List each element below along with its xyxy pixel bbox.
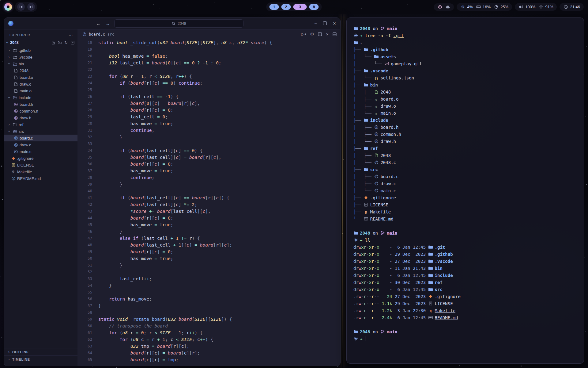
book-icon [428, 301, 433, 305]
media-next-button[interactable] [27, 3, 35, 11]
command-center-search[interactable]: 2048 [114, 19, 243, 28]
nav-back-icon[interactable]: ← [96, 21, 100, 26]
workspace-1[interactable]: 1 [270, 4, 279, 10]
tree-item-main.o[interactable]: main.o [4, 87, 77, 94]
tree-item-board.c[interactable]: Cboard.c [4, 135, 77, 141]
topbar-right: ⚙4%16%25% 100%91% 21:46 [434, 3, 584, 11]
folder-icon [364, 83, 368, 87]
tree-item-README.md[interactable]: README.md [4, 175, 77, 182]
new-folder-icon[interactable] [58, 41, 62, 45]
snow-icon [353, 238, 358, 242]
tree-item-.gitignore[interactable]: .gitignore [4, 155, 77, 162]
tree-item-main.c[interactable]: Cmain.c [4, 148, 77, 155]
line-number: 32 [77, 134, 98, 140]
tree-item-label: main.c [20, 149, 31, 154]
svg-text:h: h [375, 140, 377, 143]
terminal-line-41: .rw-r--r-- 2.4k 6 Jan 12:45 README.md [353, 314, 584, 321]
tree-item-board.h[interactable]: hboard.h [4, 101, 77, 108]
tree-item-common.h[interactable]: hcommon.h [4, 108, 77, 114]
line-number: 47 [77, 235, 98, 242]
workspace-3-active[interactable]: 3 [293, 4, 307, 10]
panel-timeline[interactable]: ›TIMELINE [4, 355, 77, 363]
tree-item-label: LICENSE [17, 163, 34, 167]
tree-item-draw.o[interactable]: draw.o [4, 81, 77, 87]
terminal-line-33: drwxr-xr-x - 27 Dec 2023 .vscode [353, 258, 584, 265]
snow-icon [353, 33, 358, 37]
tree-item-2048[interactable]: 2048 [4, 67, 77, 74]
terminal-cursor [365, 336, 368, 341]
branch-icon [380, 26, 385, 30]
minimize-button[interactable]: − [314, 21, 317, 26]
chevron-right-icon: › [7, 55, 11, 59]
code-line-text: board[r][c] = board[c][r]; [98, 350, 200, 356]
line-number: 45 [77, 221, 98, 228]
git-icon [364, 196, 368, 200]
branch-icon [380, 231, 385, 235]
tree-item-ref[interactable]: ›ref [4, 121, 77, 128]
close-button[interactable]: × [333, 21, 336, 26]
tree-item-bin[interactable]: ›bin [4, 60, 77, 67]
tree-item-label: include [19, 95, 31, 100]
editor-titlebar[interactable]: ← → 2048 − × [4, 18, 340, 29]
terminal-line-15: │ ├── hcommon.h [353, 131, 584, 138]
split-editor-icon[interactable] [318, 32, 322, 36]
breadcrumb-path[interactable]: src [107, 32, 115, 36]
line-number: 21 [77, 59, 98, 66]
line-number: 29 [77, 113, 98, 120]
terminal-line-13: ├── include [353, 117, 584, 124]
terminal-window[interactable]: 2048 on main→ tree -a -I .git.├── .githu… [346, 17, 584, 364]
tree-item-Makefile[interactable]: ⚙Makefile [4, 168, 77, 175]
code-line-30: 30 has_move = true; [77, 120, 340, 127]
line-number: 61 [77, 329, 98, 336]
code-line-62: 62 for (u8 c = r + 1; c < SIZE; c++) { [77, 336, 340, 343]
chevron-down-icon: › [5, 41, 9, 45]
media-controls [15, 2, 37, 12]
project-root[interactable]: › 2048 ↻ [4, 39, 77, 46]
code-line-36: 36 board[r][c] = 0; [77, 161, 340, 167]
tree-item-.github[interactable]: ›.github [4, 47, 77, 54]
tree-item-.vscode[interactable]: ›.vscode [4, 54, 77, 60]
tree-item-LICENSE[interactable]: LICENSE [4, 162, 77, 168]
settings-gear-icon[interactable]: ⚙ [310, 32, 314, 36]
folder-o-icon [13, 48, 17, 52]
workspace-8[interactable]: 8 [309, 4, 319, 10]
terminal-line-7: │ └── {}settings.json [353, 75, 584, 82]
terminal-line-19: │ └── C2048.c [353, 159, 584, 166]
layout-panel-icon[interactable] [333, 32, 337, 36]
terminal-line-20: ├── src [353, 166, 584, 173]
nav-forward-icon[interactable]: → [105, 21, 110, 26]
binary-icon [374, 90, 379, 94]
code-line-49: 49 board[r][c] = 0; [77, 248, 340, 255]
system-logo-icon[interactable] [4, 3, 12, 11]
collapse-all-icon[interactable] [70, 41, 74, 45]
tree-item-board.o[interactable]: board.o [4, 74, 77, 81]
code-line-54: 54 } [77, 282, 340, 289]
svg-text:h: h [15, 117, 17, 119]
folder-icon [353, 26, 358, 30]
branch-icon [380, 330, 385, 334]
tree-item-draw.c[interactable]: Cdraw.c [4, 141, 77, 148]
ram-value: 16% [483, 5, 491, 9]
chevron-down-icon: › [7, 129, 11, 133]
line-number: 24 [77, 80, 98, 86]
folder-icon [428, 273, 433, 277]
tree-item-draw.h[interactable]: hdraw.h [4, 114, 77, 121]
cpu-icon: ⚙ [460, 5, 465, 9]
run-button[interactable]: ▷▾ [301, 32, 306, 36]
new-file-icon[interactable] [51, 41, 55, 45]
eye-icon [437, 5, 442, 9]
media-previous-button[interactable] [17, 3, 25, 11]
workspace-2[interactable]: 2 [281, 4, 291, 10]
refresh-icon[interactable]: ↻ [64, 41, 68, 45]
maximize-button[interactable] [323, 21, 327, 26]
close-editor-icon[interactable]: × [326, 32, 329, 36]
tree-item-src[interactable]: ›src [4, 128, 77, 135]
breadcrumb-file[interactable]: board.c [89, 32, 105, 36]
explorer-more-icon[interactable]: ⋯ [69, 33, 73, 37]
code-area[interactable]: 18static bool _slide_col(u32 board[SIZE]… [77, 39, 340, 366]
h-badge-icon: h [374, 139, 379, 143]
tree-item-include[interactable]: ›include [4, 94, 77, 101]
folder-open-icon [13, 95, 17, 100]
panel-outline[interactable]: ›OUTLINE [4, 348, 77, 355]
code-line-text: last_cell = 0; [98, 113, 168, 120]
